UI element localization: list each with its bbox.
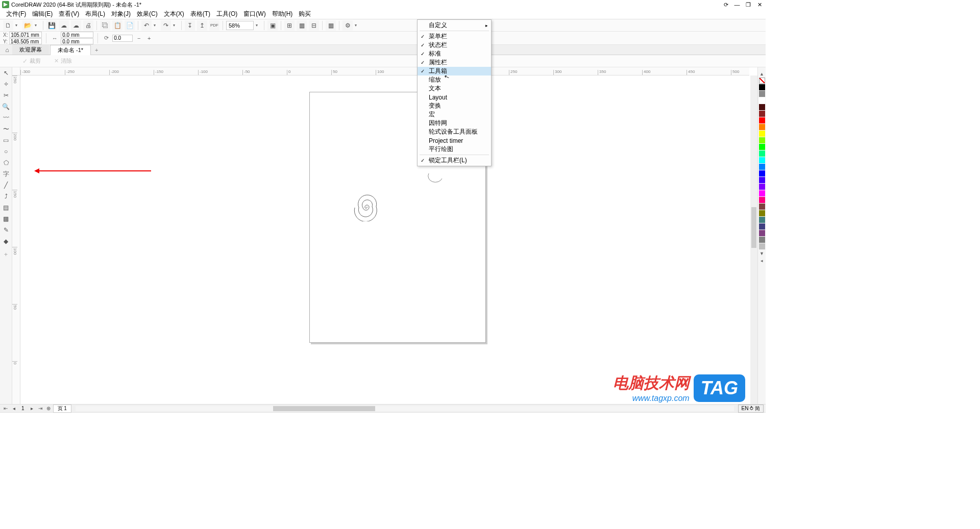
rotation-input[interactable] (112, 35, 133, 42)
color-swatch[interactable] (759, 217, 765, 223)
update-icon[interactable]: ⟳ (722, 1, 730, 8)
spiral-shape[interactable] (353, 194, 381, 221)
page-tab[interactable]: 页 1 (53, 405, 71, 413)
color-swatch[interactable] (759, 243, 765, 249)
color-swatch[interactable] (759, 237, 765, 243)
ruler-origin[interactable] (12, 67, 20, 75)
menu-item-平行绘图[interactable]: 平行绘图 (418, 145, 491, 154)
fullscreen-button[interactable]: ▣ (267, 20, 278, 31)
menu-效果C[interactable]: 效果(C) (134, 10, 161, 18)
menu-item-文本[interactable]: 文本 (418, 84, 491, 93)
add-tab-button[interactable]: + (92, 47, 101, 53)
color-swatch[interactable] (759, 164, 765, 170)
palette-menu-button[interactable]: ◂ (761, 258, 763, 263)
menu-表格T[interactable]: 表格(T) (187, 10, 213, 18)
zoom-dropdown[interactable]: ▾ (256, 23, 261, 28)
first-page-button[interactable]: ⇤ (2, 406, 9, 411)
transparency-tool[interactable]: ▩ (2, 214, 11, 223)
menu-对象J[interactable]: 对象(J) (108, 10, 134, 18)
undo-button[interactable]: ↶ (141, 20, 152, 31)
color-swatch[interactable] (759, 117, 765, 123)
save-button[interactable]: 💾 (46, 20, 57, 31)
redo-dropdown[interactable]: ▾ (173, 23, 178, 28)
prev-page-button[interactable]: ◂ (10, 406, 17, 411)
color-swatch[interactable] (759, 150, 765, 157)
color-swatch[interactable] (759, 210, 765, 216)
color-swatch[interactable] (759, 104, 765, 110)
menu-item-变换[interactable]: 变换 (418, 102, 491, 110)
cloud-upload-button[interactable]: ☁ (59, 20, 69, 31)
home-icon[interactable]: ⌂ (2, 46, 12, 54)
options-button[interactable]: ⚙ (342, 20, 353, 31)
options-dropdown[interactable]: ▾ (355, 23, 360, 28)
add-page-button[interactable]: ⊕ (45, 406, 52, 411)
export-button[interactable]: ↥ (197, 20, 207, 31)
paste-button[interactable]: 📋 (112, 20, 122, 31)
zoom-tool[interactable]: 🔍 (2, 102, 11, 111)
open-button[interactable]: 📂 (22, 20, 33, 31)
menu-item-菜单栏[interactable]: ✓菜单栏 (418, 32, 491, 41)
text-tool[interactable]: 字 (2, 169, 11, 179)
color-swatch[interactable] (759, 204, 765, 210)
open-dropdown[interactable]: ▾ (35, 23, 40, 28)
freehand-tool[interactable]: 〰 (2, 113, 11, 122)
menu-布局L[interactable]: 布局(L) (82, 10, 108, 18)
crop-tool[interactable]: ✂ (2, 91, 11, 100)
ellipse-tool[interactable]: ○ (2, 147, 11, 156)
scrollbar-vertical[interactable] (750, 75, 757, 404)
menu-item-工具箱[interactable]: ✓工具箱 (418, 67, 491, 75)
color-swatch[interactable] (759, 84, 765, 90)
increase-button[interactable]: + (145, 34, 153, 42)
parallel-dim-tool[interactable]: ╱ (2, 181, 11, 190)
pick-tool[interactable]: ↖ (2, 68, 11, 78)
publish-pdf-button[interactable]: PDF (209, 20, 219, 31)
clear-button[interactable]: ✕清除 (50, 56, 76, 66)
next-page-button[interactable]: ▸ (29, 406, 36, 411)
menu-item-因特网[interactable]: 因特网 (418, 119, 491, 128)
clipboard-button[interactable]: 📄 (125, 20, 135, 31)
new-dropdown[interactable]: ▾ (15, 23, 20, 28)
menu-item-标准[interactable]: ✓标准 (418, 49, 491, 58)
menu-编辑E[interactable]: 编辑(E) (29, 10, 56, 18)
add-tool-button[interactable]: + (2, 250, 11, 259)
connector-tool[interactable]: ⤴ (2, 192, 11, 201)
color-swatch[interactable] (759, 177, 765, 183)
crop-button[interactable]: ✓裁剪 (18, 56, 45, 66)
tab-document[interactable]: 未命名 -1* (50, 45, 91, 55)
restore-button[interactable]: ❐ (744, 1, 752, 8)
menu-窗口W[interactable]: 窗口(W) (240, 10, 268, 18)
menu-item-轮式设备工具面板[interactable]: 轮式设备工具面板 (418, 128, 491, 136)
grid-button[interactable]: ▦ (297, 20, 307, 31)
color-swatch[interactable] (759, 190, 765, 196)
color-swatch[interactable] (759, 197, 765, 203)
language-selector[interactable]: EN ⥁ 简 (738, 405, 764, 413)
menu-item-属性栏[interactable]: ✓属性栏 (418, 58, 491, 67)
import-button[interactable]: ↧ (185, 20, 195, 31)
drop-shadow-tool[interactable]: ▤ (2, 203, 11, 212)
menu-lock-toolbars[interactable]: ✓ 锁定工具栏(L) (418, 156, 491, 165)
arc-shape[interactable] (428, 172, 443, 183)
guides-button[interactable]: ⊟ (309, 20, 319, 31)
menu-item-宏[interactable]: 宏 (418, 110, 491, 119)
menu-帮助H[interactable]: 帮助(H) (269, 10, 296, 18)
color-swatch[interactable] (759, 144, 765, 150)
shape-tool[interactable]: ✧ (2, 80, 11, 89)
launch-button[interactable]: ▦ (326, 20, 336, 31)
new-button[interactable]: 🗋 (3, 20, 13, 31)
decrease-button[interactable]: − (135, 34, 143, 42)
width-input[interactable] (61, 32, 93, 38)
menu-工具O[interactable]: 工具(O) (213, 10, 240, 18)
undo-dropdown[interactable]: ▾ (154, 23, 159, 28)
menu-查看V[interactable]: 查看(V) (56, 10, 82, 18)
ruler-horizontal[interactable]: -300-250-200-150-100-5005010015020025030… (20, 67, 749, 75)
color-swatch[interactable] (759, 170, 765, 177)
color-swatch[interactable] (759, 184, 765, 190)
y-input[interactable] (9, 38, 42, 44)
color-swatch[interactable] (759, 91, 765, 97)
snap-button[interactable]: ⊞ (284, 20, 295, 31)
color-swatch[interactable] (759, 223, 765, 230)
no-color-swatch[interactable] (759, 78, 765, 84)
color-swatch[interactable] (759, 97, 765, 104)
cloud-download-button[interactable]: ☁ (71, 20, 81, 31)
polygon-tool[interactable]: ⬠ (2, 158, 11, 167)
